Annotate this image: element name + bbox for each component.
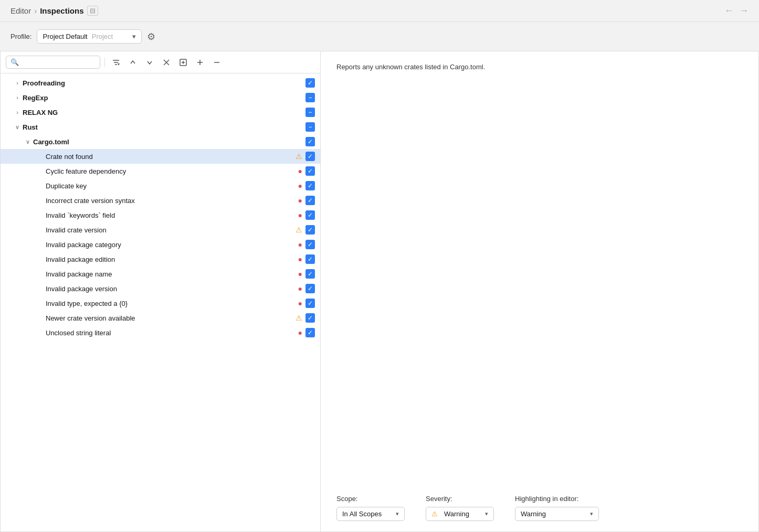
expand-arrow: ›	[14, 80, 20, 86]
window-minimize-icon[interactable]: ⊟	[87, 6, 98, 16]
checkbox-unclosed[interactable]: ✓	[305, 328, 315, 337]
tree-item-invalid-keywords[interactable]: Invalid `keywords` field ● ✓	[1, 208, 320, 222]
profile-sub: Project	[92, 33, 113, 40]
tree-item-duplicate-key[interactable]: Duplicate key ● ✓	[1, 178, 320, 193]
bottom-controls: Scope: In All Scopes ▾ Severity: ⚠ Warni…	[336, 484, 743, 521]
checkbox-relaxng[interactable]: −	[305, 108, 315, 117]
tree-item-invalid-crate-version[interactable]: Invalid crate version ⚠ ✓	[1, 222, 320, 237]
chevron-down-icon: ▾	[590, 510, 593, 517]
tree-label-invalid-package-category: Invalid package category	[46, 241, 298, 249]
tree-item-cyclic-feature[interactable]: Cyclic feature dependency ● ✓	[1, 164, 320, 178]
error-icon-edition: ●	[298, 255, 302, 263]
tree-item-incorrect-crate-version[interactable]: Incorrect crate version syntax ● ✓	[1, 193, 320, 208]
tree-item-invalid-package-edition[interactable]: Invalid package edition ● ✓	[1, 252, 320, 267]
search-box[interactable]: 🔍	[6, 56, 100, 69]
tree-item-invalid-type[interactable]: Invalid type, expected a {0} ● ✓	[1, 296, 320, 311]
profile-name: Project Default	[43, 33, 87, 40]
checkbox-incorrect[interactable]: ✓	[305, 196, 315, 205]
checkbox-cyclic[interactable]: ✓	[305, 166, 315, 176]
remove-icon	[213, 58, 221, 67]
tree-label-relaxng: RELAX NG	[23, 109, 305, 116]
description-text: Reports any unknown crates listed in Car…	[336, 62, 743, 72]
error-icon-cyclic: ●	[298, 167, 302, 175]
checkbox-type[interactable]: ✓	[305, 299, 315, 308]
close-icon	[162, 58, 171, 67]
checkbox-edition[interactable]: ✓	[305, 254, 315, 264]
breadcrumb-left: Editor › Inspections ⊟	[10, 6, 98, 16]
tree-item-cargo-toml[interactable]: ∨ Cargo.toml ✓	[1, 134, 320, 149]
tree-label-unclosed-string: Unclosed string literal	[46, 329, 298, 337]
tree-item-proofreading[interactable]: › Proofreading ✓	[1, 76, 320, 90]
warning-icon-newer: ⚠	[296, 314, 302, 322]
tree-item-unclosed-string[interactable]: Unclosed string literal ● ✓	[1, 325, 320, 340]
chevron-down-icon: ▾	[132, 33, 136, 40]
expand-arrow-cargo: ∨	[25, 139, 31, 145]
tree-item-invalid-package-name[interactable]: Invalid package name ● ✓	[1, 267, 320, 281]
highlighting-dropdown[interactable]: Warning ▾	[515, 507, 599, 521]
tree-label-cyclic-feature: Cyclic feature dependency	[46, 167, 298, 175]
checkbox-version[interactable]: ✓	[305, 284, 315, 293]
warning-icon-invalid-crate: ⚠	[296, 226, 302, 234]
warning-icon-crate-not-found: ⚠	[296, 152, 302, 161]
scope-dropdown[interactable]: In All Scopes ▾	[336, 507, 405, 521]
breadcrumb-separator: ›	[34, 6, 37, 15]
checkbox-duplicate[interactable]: ✓	[305, 181, 315, 190]
expand-arrow-relaxng: ›	[14, 109, 20, 115]
checkbox-cargo-toml[interactable]: ✓	[305, 137, 315, 146]
tree-item-regexp[interactable]: › RegExp −	[1, 90, 320, 105]
chevron-down-icon: ▾	[396, 510, 399, 517]
tree-item-rust[interactable]: ∨ Rust −	[1, 120, 320, 134]
breadcrumb-editor[interactable]: Editor	[10, 6, 31, 15]
checkbox-keywords[interactable]: ✓	[305, 210, 315, 220]
checkbox-name[interactable]: ✓	[305, 269, 315, 279]
warning-icon-severity: ⚠	[431, 510, 438, 518]
toolbar-separator	[104, 58, 105, 67]
filter-button[interactable]: ▾	[109, 57, 123, 68]
add-icon	[196, 58, 204, 67]
gear-icon[interactable]: ⚙	[147, 31, 155, 42]
tree-label-cargo-toml: Cargo.toml	[33, 138, 305, 146]
error-icon-incorrect: ●	[298, 196, 302, 205]
error-icon-type: ●	[298, 299, 302, 307]
svg-text:▾: ▾	[118, 62, 120, 67]
inspection-tree[interactable]: › Proofreading ✓ › RegExp − › RELAX NG −	[1, 73, 320, 531]
tree-label-invalid-type: Invalid type, expected a {0}	[46, 300, 298, 307]
severity-dropdown[interactable]: ⚠ Warning ▾	[426, 507, 494, 521]
tree-label-invalid-package-version: Invalid package version	[46, 285, 298, 293]
expand-all-button[interactable]	[176, 57, 190, 68]
left-panel: 🔍 ▾	[1, 51, 321, 531]
tree-item-relaxng[interactable]: › RELAX NG −	[1, 105, 320, 120]
tree-item-crate-not-found[interactable]: Crate not found ⚠ ✓	[1, 149, 320, 164]
breadcrumb-nav: ← →	[724, 5, 749, 16]
close-button[interactable]	[160, 57, 173, 68]
add-button[interactable]	[193, 57, 207, 68]
scope-group: Scope: In All Scopes ▾	[336, 495, 405, 521]
checkbox-invalid-crate[interactable]: ✓	[305, 225, 315, 235]
remove-button[interactable]	[210, 57, 224, 68]
tree-item-newer-crate[interactable]: Newer crate version available ⚠ ✓	[1, 311, 320, 325]
checkbox-newer[interactable]: ✓	[305, 313, 315, 323]
tree-label-regexp: RegExp	[23, 94, 305, 102]
tree-label-incorrect-crate-version: Incorrect crate version syntax	[46, 197, 298, 205]
scope-label: Scope:	[336, 495, 405, 503]
checkbox-rust[interactable]: −	[305, 122, 315, 132]
checkbox-category[interactable]: ✓	[305, 240, 315, 249]
up-icon	[129, 58, 137, 67]
tree-label-crate-not-found: Crate not found	[46, 153, 296, 161]
forward-button[interactable]: →	[739, 5, 749, 16]
expand-arrow-rust: ∨	[14, 124, 20, 131]
profile-dropdown[interactable]: Project Default Project ▾	[37, 29, 142, 44]
collapse-button[interactable]	[143, 57, 156, 68]
tree-item-invalid-package-version[interactable]: Invalid package version ● ✓	[1, 281, 320, 296]
back-button[interactable]: ←	[724, 5, 734, 16]
window: Editor › Inspections ⊟ ← → Profile: Proj…	[0, 0, 759, 532]
move-up-button[interactable]	[126, 57, 140, 68]
right-panel: Reports any unknown crates listed in Car…	[321, 51, 758, 531]
checkbox-crate-not-found[interactable]: ✓	[305, 152, 315, 161]
breadcrumb-bar: Editor › Inspections ⊟ ← →	[0, 0, 759, 22]
checkbox-regexp[interactable]: −	[305, 93, 315, 102]
expand-all-icon	[179, 58, 187, 67]
checkbox-proofreading[interactable]: ✓	[305, 78, 315, 88]
search-input[interactable]	[22, 58, 90, 66]
tree-item-invalid-package-category[interactable]: Invalid package category ● ✓	[1, 237, 320, 252]
